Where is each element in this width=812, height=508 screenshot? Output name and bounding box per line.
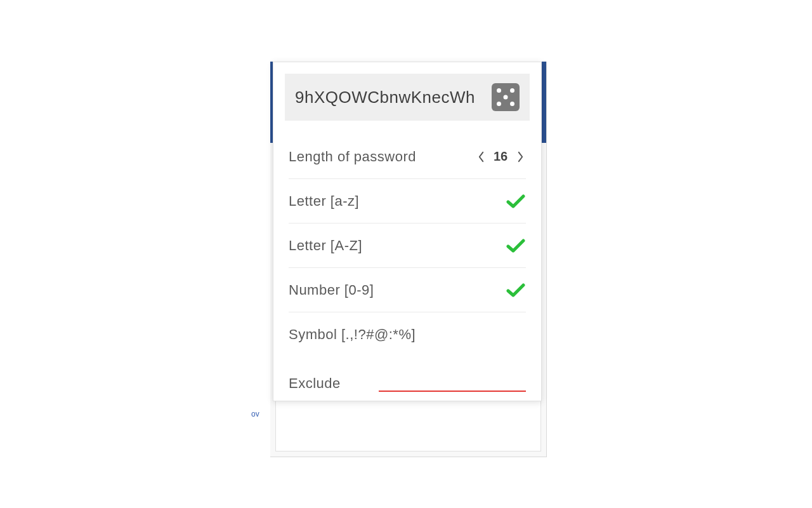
check-icon <box>506 194 525 209</box>
number-label: Number [0-9] <box>289 282 506 298</box>
number-toggle[interactable] <box>506 280 526 300</box>
length-option: Length of password 16 <box>289 135 526 179</box>
lowercase-label: Letter [a-z] <box>289 193 506 210</box>
generated-password-row: 9hXQOWCbnwKnecWh <box>285 74 530 121</box>
dice-icon <box>510 88 514 93</box>
exclude-label: Exclude <box>289 375 341 392</box>
length-stepper: 16 <box>475 149 526 164</box>
exclude-input-wrap <box>379 375 526 392</box>
exclude-input[interactable] <box>379 375 526 392</box>
check-icon <box>506 283 525 298</box>
generated-password[interactable]: 9hXQOWCbnwKnecWh <box>295 88 492 107</box>
options-list: Length of password 16 Letter [a-z] <box>273 123 541 357</box>
length-increase-button[interactable] <box>514 149 526 164</box>
length-label: Length of password <box>289 149 475 165</box>
regenerate-button[interactable] <box>492 83 520 111</box>
uppercase-toggle[interactable] <box>506 236 526 256</box>
lowercase-option[interactable]: Letter [a-z] <box>289 179 526 224</box>
exclude-option: Exclude <box>273 357 541 396</box>
symbol-option[interactable]: Symbol [.,!?#@:*%] <box>289 312 526 357</box>
background-truncated-text: ov <box>251 410 259 418</box>
symbol-label: Symbol [.,!?#@:*%] <box>289 326 506 343</box>
password-generator-popup: 9hXQOWCbnwKnecWh Length of password 16 <box>273 62 542 401</box>
lowercase-toggle[interactable] <box>506 191 526 211</box>
check-icon <box>506 238 525 253</box>
dice-icon <box>497 88 501 93</box>
dice-icon <box>504 95 508 100</box>
chevron-left-icon <box>478 151 485 163</box>
uppercase-label: Letter [A-Z] <box>289 237 506 254</box>
dice-icon <box>510 102 514 106</box>
length-value: 16 <box>493 149 508 164</box>
number-option[interactable]: Number [0-9] <box>289 268 526 312</box>
dice-icon <box>497 102 501 106</box>
chevron-right-icon <box>517 151 524 163</box>
length-decrease-button[interactable] <box>475 149 487 164</box>
uppercase-option[interactable]: Letter [A-Z] <box>289 224 526 268</box>
